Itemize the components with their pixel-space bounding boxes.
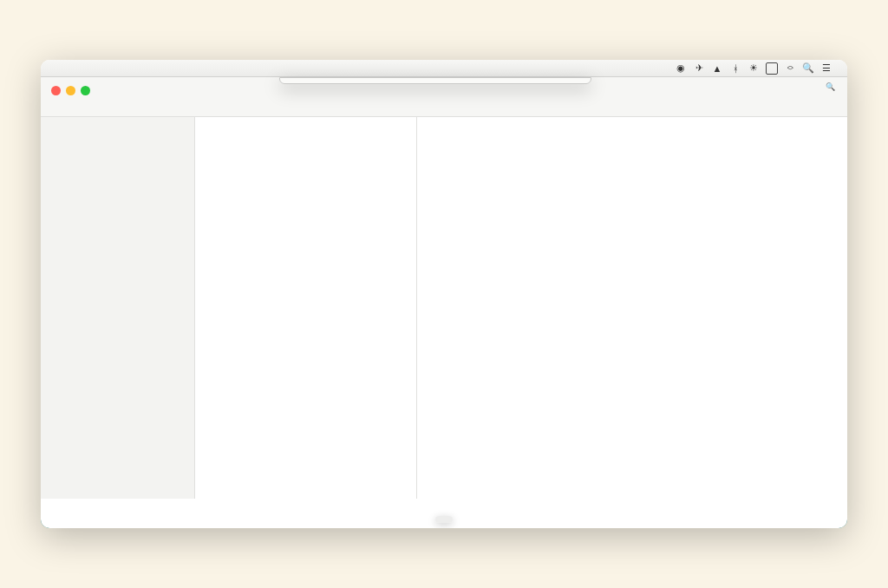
control-center-icon[interactable]: ☰ bbox=[820, 62, 832, 75]
viber-tray-icon[interactable]: ◉ bbox=[675, 62, 687, 75]
app-window: ◉ ✈ ▲ ᚼ ☀ ⌔ 🔍 ☰ 🔍 bbox=[41, 60, 847, 528]
message-list[interactable] bbox=[195, 117, 417, 499]
toolbar-search-button[interactable]: 🔍 bbox=[826, 82, 835, 93]
menubar-tray: ◉ ✈ ▲ ᚼ ☀ ⌔ 🔍 ☰ bbox=[675, 62, 842, 75]
window-controls bbox=[41, 77, 195, 95]
dock bbox=[435, 516, 453, 523]
sidebar bbox=[41, 117, 195, 499]
bluetooth-icon[interactable]: ᚼ bbox=[729, 62, 741, 75]
battery-icon[interactable] bbox=[766, 62, 778, 75]
window-menu-dropdown bbox=[279, 77, 591, 84]
wifi-icon[interactable]: ⌔ bbox=[784, 62, 796, 75]
content-pane bbox=[417, 117, 847, 499]
display-icon[interactable]: ☀ bbox=[748, 62, 760, 75]
close-button[interactable] bbox=[51, 86, 61, 95]
search-icon: 🔍 bbox=[826, 82, 835, 91]
airdrop-tray-icon[interactable]: ▲ bbox=[711, 62, 723, 75]
spotlight-icon[interactable]: 🔍 bbox=[802, 62, 814, 75]
fullscreen-button[interactable] bbox=[81, 86, 90, 95]
menubar: ◉ ✈ ▲ ᚼ ☀ ⌔ 🔍 ☰ bbox=[41, 60, 847, 77]
minimize-button[interactable] bbox=[66, 86, 75, 95]
telegram-tray-icon[interactable]: ✈ bbox=[693, 62, 705, 75]
